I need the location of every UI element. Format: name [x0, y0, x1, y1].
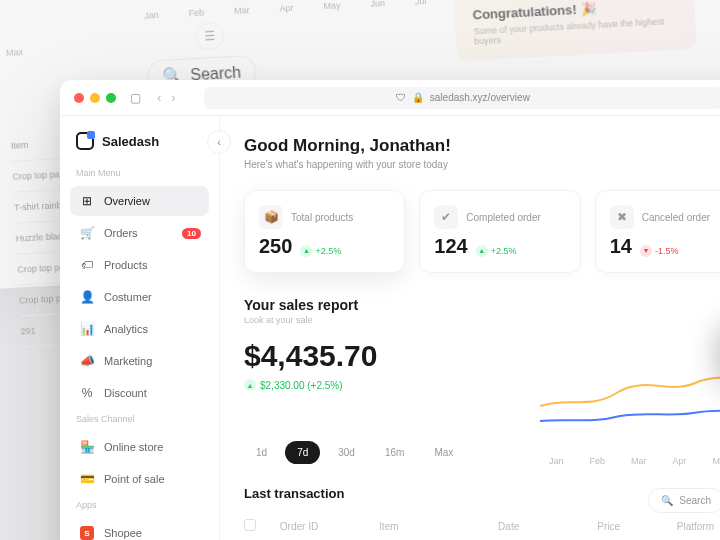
- shield-icon: 🛡: [396, 92, 406, 103]
- nav-label: Shopee: [104, 527, 142, 539]
- chart-month: May: [712, 456, 720, 466]
- page-header: Good Morning, Jonathan! Here's what's ha…: [244, 136, 720, 170]
- overview-icon: ⊞: [80, 194, 94, 208]
- stat-card-completed-order: ✔Completed order 124 ▲+2.5%: [419, 190, 580, 273]
- nav-label: Costumer: [104, 291, 152, 303]
- nav-label: Overview: [104, 195, 150, 207]
- sidebar-toggle-icon[interactable]: ▢: [130, 91, 141, 105]
- report-change-text: $2,330.00 (+2.5%): [260, 380, 343, 391]
- orders-icon: 🛒: [80, 226, 94, 240]
- chart-month: Mar: [631, 456, 647, 466]
- main-content: 📅 Good Morning, Jonathan! Here's what's …: [220, 116, 720, 540]
- sidebar-item-products[interactable]: 🏷Products: [70, 250, 209, 280]
- section-label: Apps: [70, 500, 209, 510]
- sidebar-item-orders[interactable]: 🛒Orders10: [70, 218, 209, 248]
- bg-month: Feb: [188, 7, 204, 18]
- report-header: Your sales report Look at your sale: [244, 297, 720, 325]
- nav-label: Discount: [104, 387, 147, 399]
- sidebar: ‹ Saledash Main Menu⊞Overview🛒Orders10🏷P…: [60, 116, 220, 540]
- traffic-lights[interactable]: [74, 93, 116, 103]
- timeframe-16m[interactable]: 16m: [373, 441, 416, 464]
- close-window-icon[interactable]: [74, 93, 84, 103]
- minimize-window-icon[interactable]: [90, 93, 100, 103]
- marketing-icon: 📣: [80, 354, 94, 368]
- nav-label: Online store: [104, 441, 163, 453]
- sidebar-item-analytics[interactable]: 📊Analytics: [70, 314, 209, 344]
- collapse-sidebar-button[interactable]: ‹: [207, 130, 231, 154]
- timeframe-7d[interactable]: 7d: [285, 441, 320, 464]
- stat-value: 124: [434, 235, 467, 258]
- transactions-table: Order ID Item Date Price Platform CTG029…: [244, 513, 720, 540]
- nav-label: Products: [104, 259, 147, 271]
- stat-label: Total products: [291, 212, 353, 223]
- congratulations-card: Congratulations! 🎉 Some of your products…: [454, 0, 697, 61]
- th-order-id: Order ID: [280, 521, 359, 532]
- sidebar-item-online-store[interactable]: 🏪Online store: [70, 432, 209, 462]
- down-arrow-icon: ▼: [640, 245, 652, 257]
- page-title: Good Morning, Jonathan!: [244, 136, 451, 156]
- sidebar-item-point-of-sale[interactable]: 💳Point of sale: [70, 464, 209, 494]
- bg-month: Mar: [234, 5, 250, 16]
- sidebar-item-discount[interactable]: %Discount: [70, 378, 209, 408]
- timeframe-Max[interactable]: Max: [422, 441, 465, 464]
- up-arrow-icon: ▲: [476, 245, 488, 257]
- analytics-icon: 📊: [80, 322, 94, 336]
- th-platform: Platform: [677, 521, 720, 532]
- logo[interactable]: Saledash: [70, 132, 209, 150]
- maximize-window-icon[interactable]: [106, 93, 116, 103]
- stat-icon: ✔: [434, 205, 458, 229]
- discount-icon: %: [80, 386, 94, 400]
- chart-month: Jan: [549, 456, 564, 466]
- bg-month: May: [323, 0, 341, 11]
- nav-label: Orders: [104, 227, 138, 239]
- bg-filter-icon: ☰: [195, 22, 224, 51]
- bg-month: Jan: [144, 10, 159, 21]
- nav-label: Analytics: [104, 323, 148, 335]
- badge: 10: [182, 228, 201, 239]
- stat-delta: ▼-1.5%: [640, 245, 679, 257]
- back-icon[interactable]: ‹: [157, 90, 161, 105]
- stat-card-total-products: 📦Total products 250 ▲+2.5%: [244, 190, 405, 273]
- bg-month: Apr: [279, 3, 294, 14]
- search-icon: 🔍: [661, 495, 673, 506]
- chart-month: Apr: [672, 456, 686, 466]
- timeframe-1d[interactable]: 1d: [244, 441, 279, 464]
- sidebar-item-marketing[interactable]: 📣Marketing: [70, 346, 209, 376]
- th-date: Date: [498, 521, 577, 532]
- stats-row: 📦Total products 250 ▲+2.5% ✔Completed or…: [244, 190, 720, 273]
- sales-chart: [540, 346, 720, 436]
- search-input[interactable]: 🔍 Search: [648, 488, 720, 513]
- chart-svg: [540, 346, 720, 436]
- stat-value: 14: [610, 235, 632, 258]
- forward-icon[interactable]: ›: [171, 90, 175, 105]
- th-item: Item: [379, 521, 478, 532]
- products-icon: 🏷: [80, 258, 94, 272]
- search-placeholder: Search: [679, 495, 711, 506]
- up-arrow-icon: ▲: [300, 245, 312, 257]
- section-label: Main Menu: [70, 168, 209, 178]
- browser-toolbar: ▢ ‹ › 🛡 🔒 saledash.xyz/overview ⟳: [60, 80, 720, 116]
- stat-icon: 📦: [259, 205, 283, 229]
- sidebar-item-overview[interactable]: ⊞Overview: [70, 186, 209, 216]
- url-bar[interactable]: 🛡 🔒 saledash.xyz/overview: [204, 87, 720, 109]
- sidebar-item-costumer[interactable]: 👤Costumer: [70, 282, 209, 312]
- bg-month: Jul: [415, 0, 427, 6]
- page-subtitle: Here's what's happening with your store …: [244, 159, 451, 170]
- stat-card-canceled-order: ✖Canceled order 14 ▼-1.5%: [595, 190, 720, 273]
- timeframe-30d[interactable]: 30d: [326, 441, 367, 464]
- table-header: Order ID Item Date Price Platform: [244, 513, 720, 539]
- report-title: Your sales report: [244, 297, 720, 313]
- costumer-icon: 👤: [80, 290, 94, 304]
- stat-label: Completed order: [466, 212, 540, 223]
- nav-label: Marketing: [104, 355, 152, 367]
- point of sale-icon: 💳: [80, 472, 94, 486]
- sidebar-item-shopee[interactable]: SShopee: [70, 518, 209, 540]
- browser-window: ▢ ‹ › 🛡 🔒 saledash.xyz/overview ⟳ ‹ Sale…: [60, 80, 720, 540]
- url-text: saledash.xyz/overview: [430, 92, 530, 103]
- logo-mark-icon: [76, 132, 94, 150]
- shopee-icon: S: [80, 526, 94, 540]
- chart-months: JanFebMarAprMayJan: [549, 456, 720, 466]
- logo-text: Saledash: [102, 134, 159, 149]
- bg-month: Jun: [370, 0, 385, 9]
- select-all-checkbox[interactable]: [244, 519, 256, 531]
